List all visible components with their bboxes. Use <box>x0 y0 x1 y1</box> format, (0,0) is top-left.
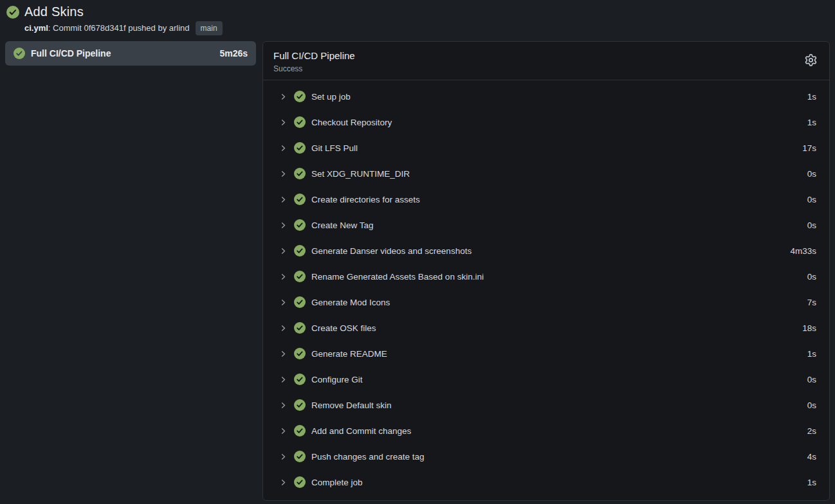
step-name: Rename Generated Assets Based on skin.in… <box>311 272 484 282</box>
job-panel-header: Full CI/CD Pipeline Success <box>263 42 829 80</box>
step-duration: 7s <box>807 298 816 307</box>
step-row[interactable]: Remove Default skin0s <box>279 392 816 418</box>
step-name: Push changes and create tag <box>311 452 425 462</box>
step-name: Complete job <box>311 478 363 487</box>
step-status-success-icon <box>294 116 306 128</box>
run-content: Full CI/CD Pipeline 5m26s Full CI/CD Pip… <box>0 41 835 501</box>
chevron-right-icon <box>279 118 288 127</box>
step-duration: 1s <box>807 92 816 102</box>
step-name: Create New Tag <box>311 221 374 230</box>
step-duration: 1s <box>807 118 816 127</box>
chevron-right-icon <box>279 298 288 307</box>
step-status-success-icon <box>294 271 306 282</box>
run-title-row: Add Skins <box>6 4 829 19</box>
step-row[interactable]: Configure Git0s <box>279 366 816 392</box>
step-duration: 4m33s <box>790 246 816 256</box>
step-name: Generate README <box>311 349 387 359</box>
step-status-success-icon <box>294 91 306 102</box>
chevron-right-icon <box>279 247 288 255</box>
step-status-success-icon <box>294 194 306 205</box>
step-duration: 17s <box>802 143 816 153</box>
step-name: Configure Git <box>311 375 363 384</box>
step-row[interactable]: Generate Danser videos and screenshots4m… <box>279 238 816 264</box>
settings-gear-icon[interactable] <box>805 54 817 66</box>
job-status-text: Success <box>273 64 355 73</box>
step-name: Remove Default skin <box>311 401 392 410</box>
step-name: Create OSK files <box>311 323 376 333</box>
step-status-success-icon <box>294 142 306 154</box>
job-detail-panel: Full CI/CD Pipeline Success Set up job1s… <box>262 41 830 501</box>
commit-text: : Commit 0f678d341f pushed by arlind <box>48 22 190 34</box>
step-duration: 18s <box>802 323 816 333</box>
chevron-right-icon <box>279 221 288 230</box>
step-duration: 0s <box>807 272 816 282</box>
chevron-right-icon <box>279 401 288 410</box>
step-name: Checkout Repository <box>311 118 392 127</box>
step-row[interactable]: Rename Generated Assets Based on skin.in… <box>279 264 816 289</box>
step-status-success-icon <box>294 296 306 308</box>
step-row[interactable]: Create New Tag0s <box>279 212 816 238</box>
step-duration: 0s <box>807 375 816 384</box>
branch-badge[interactable]: main <box>196 21 223 35</box>
step-duration: 0s <box>807 169 816 179</box>
chevron-right-icon <box>279 273 288 281</box>
run-status-success-icon <box>6 6 19 19</box>
step-row[interactable]: Create OSK files18s <box>279 315 816 341</box>
step-row[interactable]: Git LFS Pull17s <box>279 135 816 161</box>
chevron-right-icon <box>279 453 288 461</box>
step-row[interactable]: Create directories for assets0s <box>279 186 816 212</box>
step-row[interactable]: Set XDG_RUNTIME_DIR0s <box>279 161 816 186</box>
step-status-success-icon <box>294 322 306 334</box>
chevron-right-icon <box>279 375 288 384</box>
step-status-success-icon <box>294 399 306 411</box>
step-name: Set XDG_RUNTIME_DIR <box>311 169 410 179</box>
run-subtitle: ci.yml: Commit 0f678d341f pushed by arli… <box>24 21 829 35</box>
step-duration: 0s <box>807 401 816 410</box>
step-duration: 1s <box>807 349 816 359</box>
step-row[interactable]: Checkout Repository1s <box>279 109 816 135</box>
step-status-success-icon <box>294 374 306 385</box>
jobs-sidebar: Full CI/CD Pipeline 5m26s <box>5 41 256 66</box>
job-name: Full CI/CD Pipeline <box>31 48 111 59</box>
step-duration: 2s <box>807 426 816 436</box>
step-status-success-icon <box>294 348 306 359</box>
sidebar-job-item[interactable]: Full CI/CD Pipeline 5m26s <box>5 41 256 66</box>
job-status-success-icon <box>14 48 25 59</box>
step-status-success-icon <box>294 451 306 462</box>
step-row[interactable]: Push changes and create tag4s <box>279 444 816 469</box>
run-title: Add Skins <box>24 4 84 19</box>
step-duration: 4s <box>807 452 816 462</box>
run-header: Add Skins ci.yml: Commit 0f678d341f push… <box>0 0 835 38</box>
step-row[interactable]: Add and Commit changes2s <box>279 418 816 444</box>
step-name: Git LFS Pull <box>311 143 358 153</box>
chevron-right-icon <box>279 144 288 152</box>
steps-list: Set up job1sCheckout Repository1sGit LFS… <box>263 80 829 495</box>
step-row[interactable]: Complete job1s <box>279 469 816 495</box>
step-name: Set up job <box>311 92 351 102</box>
step-status-success-icon <box>294 245 306 256</box>
step-name: Generate Danser videos and screenshots <box>311 246 472 256</box>
step-name: Create directories for assets <box>311 195 420 204</box>
step-status-success-icon <box>294 219 306 231</box>
chevron-right-icon <box>279 350 288 358</box>
step-name: Add and Commit changes <box>311 426 411 436</box>
step-duration: 1s <box>807 478 816 487</box>
step-row[interactable]: Set up job1s <box>279 84 816 109</box>
chevron-right-icon <box>279 427 288 435</box>
job-duration: 5m26s <box>219 48 248 59</box>
workflow-file-link[interactable]: ci.yml <box>24 22 48 34</box>
step-row[interactable]: Generate Mod Icons7s <box>279 289 816 315</box>
chevron-right-icon <box>279 195 288 204</box>
job-panel-title: Full CI/CD Pipeline <box>273 50 355 62</box>
step-duration: 0s <box>807 195 816 204</box>
step-status-success-icon <box>294 476 306 488</box>
step-status-success-icon <box>294 425 306 437</box>
actions-run-page: Add Skins ci.yml: Commit 0f678d341f push… <box>0 0 835 501</box>
step-duration: 0s <box>807 221 816 230</box>
job-panel-header-text: Full CI/CD Pipeline Success <box>273 50 355 73</box>
step-name: Generate Mod Icons <box>311 298 390 307</box>
chevron-right-icon <box>279 170 288 178</box>
chevron-right-icon <box>279 93 288 101</box>
step-status-success-icon <box>294 168 306 179</box>
step-row[interactable]: Generate README1s <box>279 341 816 366</box>
